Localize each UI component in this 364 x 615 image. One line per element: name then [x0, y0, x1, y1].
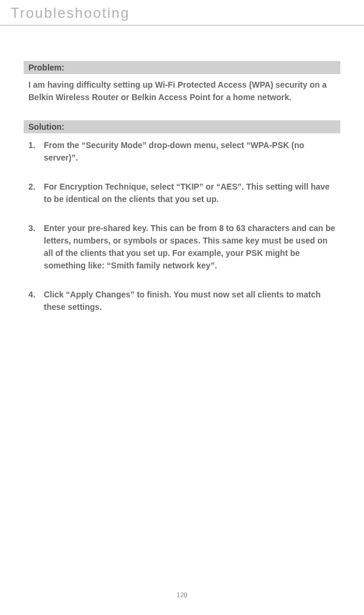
- solution-label: Solution:: [24, 120, 340, 133]
- list-item: 2. For Encryption Technique, select “TKI…: [28, 181, 336, 206]
- item-text: Click “Apply Changes” to finish. You mus…: [44, 289, 336, 313]
- item-number: 2.: [28, 181, 44, 206]
- list-item: 3. Enter your pre-shared key. This can b…: [28, 222, 336, 272]
- item-text: For Encryption Technique, select “TKIP” …: [44, 181, 336, 206]
- page-number: 120: [0, 591, 364, 598]
- page-title: Troubleshooting: [0, 0, 364, 25]
- item-number: 3.: [28, 222, 44, 272]
- problem-label: Problem:: [24, 61, 340, 74]
- solution-list: 1. From the “Security Mode” drop-down me…: [24, 137, 340, 313]
- item-text: From the “Security Mode” drop-down menu,…: [44, 139, 336, 164]
- problem-text: I am having difficulty setting up Wi-Fi …: [24, 78, 340, 104]
- item-text: Enter your pre-shared key. This can be f…: [44, 222, 336, 272]
- list-item: 4. Click “Apply Changes” to finish. You …: [28, 289, 336, 313]
- content-area: Problem: I am having difficulty setting …: [0, 25, 364, 313]
- item-number: 4.: [28, 289, 44, 313]
- item-number: 1.: [28, 139, 44, 164]
- list-item: 1. From the “Security Mode” drop-down me…: [28, 139, 336, 164]
